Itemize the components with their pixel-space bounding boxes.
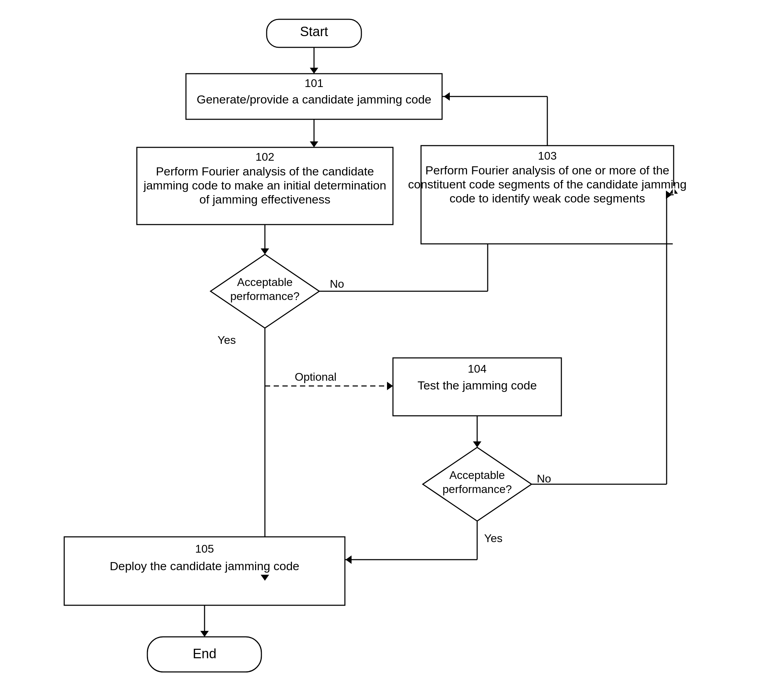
n102-line1: Perform Fourier analysis of the candidat… bbox=[156, 164, 374, 178]
start-label: Start bbox=[300, 24, 328, 39]
d1-line2: performance? bbox=[230, 290, 299, 302]
n103-id: 103 bbox=[538, 150, 556, 162]
d1-line1: Acceptable bbox=[237, 276, 292, 288]
n103-line1: Perform Fourier analysis of one or more … bbox=[425, 164, 669, 177]
n102-id: 102 bbox=[255, 150, 274, 163]
svg-marker-18 bbox=[444, 92, 450, 101]
n104-label: Test the jamming code bbox=[417, 378, 537, 392]
n101-label: Generate/provide a candidate jamming cod… bbox=[197, 93, 431, 106]
n102-line3: of jamming effectiveness bbox=[199, 193, 331, 206]
svg-marker-2 bbox=[310, 68, 318, 74]
svg-marker-20 bbox=[387, 382, 393, 390]
no2-label: No bbox=[537, 472, 551, 485]
no1-label: No bbox=[330, 278, 344, 290]
n105-label: Deploy the candidate jamming code bbox=[110, 559, 300, 573]
n104-id: 104 bbox=[468, 362, 486, 375]
yes1-label: Yes bbox=[217, 334, 236, 346]
d2-line2: performance? bbox=[442, 483, 511, 495]
d2-line1: Acceptable bbox=[450, 469, 505, 481]
n103-line2: constituent code segments of the candida… bbox=[408, 178, 687, 191]
n101-id: 101 bbox=[305, 77, 323, 89]
svg-marker-5 bbox=[310, 141, 318, 147]
flowchart: Start 101 Generate/provide a candidate j… bbox=[0, 0, 761, 700]
svg-marker-8 bbox=[261, 248, 269, 255]
n103-line3: code to identify weak code segments bbox=[450, 192, 645, 205]
svg-marker-23 bbox=[473, 441, 481, 447]
svg-marker-36 bbox=[200, 631, 209, 637]
yes2-label: Yes bbox=[484, 532, 502, 545]
optional-label: Optional bbox=[295, 370, 336, 383]
svg-marker-32 bbox=[345, 555, 352, 564]
n105-id: 105 bbox=[195, 542, 214, 555]
end-label: End bbox=[193, 646, 216, 661]
n102-line2: jamming code to make an initial determin… bbox=[143, 178, 386, 192]
